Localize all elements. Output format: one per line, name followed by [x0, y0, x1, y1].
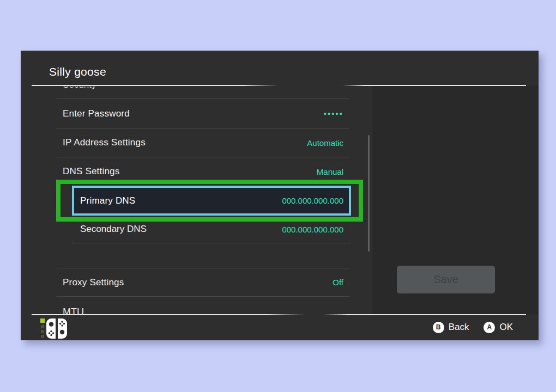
b-button-icon: B [433, 322, 444, 333]
row-value: 000.000.000.000 [282, 225, 343, 234]
footer-button-hints: B Back A OK [433, 318, 513, 336]
player-led [41, 335, 44, 338]
row-label: Enter Password [63, 108, 130, 119]
row-value: 000.000.000.000 [282, 196, 343, 205]
header-divider-left [32, 85, 278, 86]
ok-button[interactable]: A OK [484, 322, 513, 333]
list-item-security-clipped[interactable]: Security [63, 87, 183, 91]
row-value: Manual [317, 167, 343, 176]
joycon-pair-icon [39, 317, 71, 341]
list-item-ip-address-settings[interactable]: IP Address Settings Automatic [56, 128, 349, 157]
row-label: Proxy Settings [63, 277, 124, 288]
footer-divider-right [323, 314, 526, 315]
settings-window: Silly goose Security Enter Password ••••… [21, 51, 539, 340]
row-label: Secondary DNS [80, 224, 147, 235]
player-led [41, 325, 44, 328]
player-led-active [40, 318, 45, 323]
list-item-primary-dns-selected[interactable]: Primary DNS 000.000.000.000 [72, 186, 351, 216]
list-item-mtu-clipped[interactable]: MTU [63, 303, 128, 314]
list-item-proxy-settings[interactable]: Proxy Settings Off [56, 268, 349, 297]
scrollbar[interactable] [368, 135, 370, 252]
back-button[interactable]: B Back [433, 322, 469, 333]
a-button-icon: A [484, 322, 495, 333]
footer-divider-left [32, 314, 305, 315]
list-item-secondary-dns[interactable]: Secondary DNS 000.000.000.000 [72, 216, 351, 243]
save-button[interactable]: Save [397, 266, 495, 293]
row-label: Primary DNS [80, 195, 135, 206]
row-label: IP Address Settings [63, 137, 146, 148]
row-label: DNS Settings [63, 166, 119, 177]
password-dots: ••••• [324, 109, 343, 118]
page-title: Silly goose [49, 65, 106, 78]
row-value: Off [333, 278, 343, 287]
list-item-enter-password[interactable]: Enter Password ••••• [56, 99, 349, 128]
row-value: Automatic [307, 138, 343, 148]
player-led [41, 330, 44, 333]
